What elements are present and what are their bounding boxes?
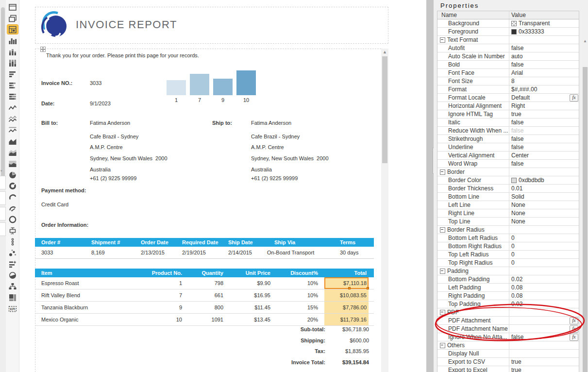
address-line[interactable]: Fatima Anderson — [251, 120, 291, 126]
total-value[interactable]: $1,835.95 — [272, 348, 369, 354]
items-row-cell[interactable]: $7,110.18 — [321, 277, 367, 289]
funnel-chart-icon[interactable] — [7, 259, 18, 269]
collapse-minus-icon[interactable] — [440, 310, 445, 315]
address-line[interactable]: +61 (2) 9225 99999 — [251, 175, 298, 181]
collapse-minus-icon[interactable] — [440, 37, 445, 43]
address-line[interactable]: Fatima Anderson — [90, 120, 130, 126]
items-header-cell[interactable]: Quantity — [176, 269, 223, 277]
order-row-cell[interactable]: On-Board Transport — [267, 247, 314, 258]
company-logo[interactable] — [41, 11, 67, 39]
chart-bar[interactable] — [213, 79, 233, 95]
order-row-cell[interactable]: 8,169 — [91, 247, 105, 258]
items-row-cell[interactable]: 15% — [273, 302, 318, 313]
totals-bar-chart[interactable]: 17910 — [167, 68, 257, 104]
full-stacked-area-chart-icon[interactable] — [7, 159, 18, 168]
property-group-row[interactable]: Text Format — [437, 36, 579, 44]
address-line[interactable]: Australia — [90, 167, 111, 172]
fx-expression-button[interactable]: fx — [570, 94, 578, 101]
order-header-cell[interactable]: Required Date — [182, 238, 218, 247]
order-row-cell[interactable]: 2/13/2015 — [141, 247, 165, 258]
kpi-icon[interactable]: KPI — [7, 304, 18, 313]
property-row[interactable]: Ignore HTML Tagtrue — [437, 110, 579, 118]
items-table-row[interactable]: Tanzania Blackburn9800$11.4515%$7,786.00 — [35, 302, 374, 314]
property-row[interactable]: Font Size8 — [437, 77, 579, 85]
treemap-chart-icon[interactable] — [7, 293, 18, 302]
property-row[interactable]: Foreground0x333333 — [437, 28, 579, 36]
canvas-scrollbar-thumb[interactable] — [382, 56, 387, 163]
property-group-row[interactable]: Border Radius — [437, 226, 579, 234]
scatter-chart-icon[interactable] — [7, 248, 18, 257]
doughnut-chart-icon[interactable] — [7, 181, 18, 190]
items-header-cell[interactable]: Total — [321, 269, 367, 277]
items-row-cell[interactable]: Mexico Organic — [41, 314, 129, 325]
address-line[interactable]: Cafe Brazil - Sydney — [251, 134, 300, 139]
items-header-cell[interactable]: Unit Price — [224, 269, 270, 277]
property-row[interactable]: Ignore When No Atta...falsefx — [437, 333, 579, 341]
items-table-row[interactable]: Rift Valley Blend7661$16.9510%$10,083.55 — [35, 289, 374, 302]
dot-chart-icon[interactable] — [7, 237, 18, 246]
items-header-cell[interactable]: Discount% — [273, 269, 318, 277]
stacked-bar-chart-icon[interactable] — [7, 81, 18, 90]
items-row-cell[interactable]: $7,786.00 — [321, 302, 367, 313]
line-chart-icon[interactable] — [7, 103, 18, 112]
property-row[interactable]: BackgroundTransparent — [437, 19, 579, 28]
property-row[interactable]: Top Left Radius0 — [437, 251, 579, 259]
property-row[interactable]: Underlinefalse — [437, 143, 579, 152]
property-row[interactable]: Display Null — [437, 350, 579, 358]
stacked-line-chart-icon[interactable] — [7, 114, 18, 123]
property-row[interactable]: Reduce Width When ...false — [437, 127, 579, 135]
properties-scrollbar-thumb[interactable] — [583, 67, 588, 372]
items-row-cell[interactable]: $16.95 — [224, 289, 270, 301]
property-row[interactable]: Left LineNone — [437, 201, 579, 209]
order-row-cell[interactable]: 2/19/2015 — [182, 247, 206, 258]
property-row[interactable]: Format$#,###.00 — [437, 85, 579, 94]
address-line[interactable]: Sydney, New South Wales 2000 — [90, 155, 168, 161]
order-table-header[interactable]: Order #Shipment #Order DateRequired Date… — [35, 238, 374, 247]
order-row-cell[interactable]: 3033 — [41, 247, 53, 258]
items-row-cell[interactable]: 798 — [176, 277, 223, 289]
column-chart-icon[interactable] — [7, 36, 18, 45]
collapse-minus-icon[interactable] — [440, 269, 445, 274]
items-row-cell[interactable]: Tanzania Blackburn — [41, 302, 129, 313]
property-row[interactable]: PDF Attachment Namefx — [437, 325, 579, 333]
property-row[interactable]: Left Padding0.08 — [437, 284, 579, 292]
order-header-cell[interactable]: Terms — [340, 238, 355, 247]
property-row[interactable]: Italicfalse — [437, 118, 579, 127]
property-row[interactable]: Right LineNone — [437, 209, 579, 218]
chart-bar[interactable] — [236, 70, 256, 95]
items-row-cell[interactable]: $13.45 — [224, 314, 270, 325]
property-row[interactable]: Export to Exceltrue — [437, 366, 579, 372]
order-header-cell[interactable]: Shipment # — [91, 238, 120, 247]
items-table-row[interactable]: Espresso Roast1798$9.9010%$7,110.18 — [35, 277, 374, 289]
subreport-icon[interactable] — [7, 14, 18, 23]
gauge-arc-icon[interactable] — [7, 192, 18, 202]
full-stacked-column-chart-icon[interactable] — [7, 58, 18, 68]
report-band-icon[interactable] — [7, 2, 18, 12]
address-line[interactable]: Australia — [251, 167, 272, 172]
property-row[interactable]: Font FaceArial — [437, 69, 579, 77]
address-line[interactable]: Sydney, New South Wales 2000 — [251, 155, 329, 161]
left-scrollbar-thumb[interactable] — [1, 7, 5, 178]
property-group-row[interactable]: Others — [437, 341, 579, 350]
collapse-minus-icon[interactable] — [440, 169, 445, 175]
address-line[interactable]: A.M.P. Centre — [90, 144, 123, 150]
order-header-cell[interactable]: Ship Via — [274, 238, 295, 247]
total-value[interactable]: $600.00 — [272, 338, 369, 343]
property-row[interactable]: Autofitfalse — [437, 44, 579, 52]
property-row[interactable]: Top Right Radius0 — [437, 259, 579, 267]
fx-expression-button[interactable]: fx — [570, 317, 578, 324]
bill-to-label[interactable]: Bill to: — [41, 120, 58, 126]
ship-to-label[interactable]: Ship to: — [212, 120, 232, 126]
items-row-cell[interactable]: 661 — [176, 289, 223, 301]
items-row-cell[interactable]: 7 — [132, 289, 182, 301]
items-header-cell[interactable]: Product No. — [132, 269, 182, 277]
property-row[interactable]: Bottom Padding0.02 — [437, 275, 579, 284]
property-row[interactable]: Right Padding0.08 — [437, 292, 579, 300]
thanks-note-text[interactable]: Thank you for your order. Please print t… — [46, 52, 199, 58]
items-table-header[interactable]: ItemProduct No.QuantityUnit PriceDiscoun… — [35, 269, 374, 277]
items-row-cell[interactable]: 10% — [273, 277, 318, 289]
invoice-no-label[interactable]: Invoice NO.: — [41, 80, 72, 86]
items-row-cell[interactable]: $11.45 — [224, 302, 270, 313]
property-row[interactable]: Top Padding0.02 — [437, 300, 579, 308]
items-row-cell[interactable]: 10 — [132, 314, 182, 325]
